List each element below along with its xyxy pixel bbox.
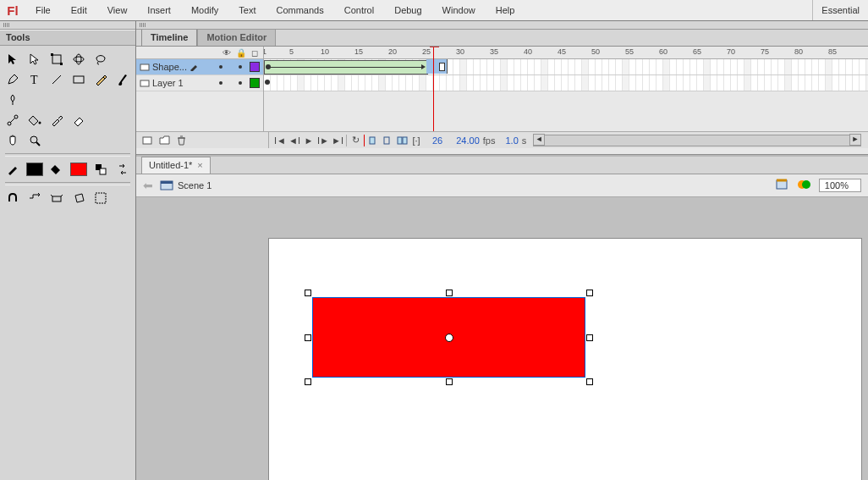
layer-icon [140, 78, 150, 88]
snap-option[interactable] [3, 188, 23, 208]
lock-header-icon[interactable]: 🔒 [236, 48, 246, 58]
menu-control[interactable]: Control [334, 0, 384, 20]
selected-frames[interactable] [426, 59, 448, 74]
resize-handle-s[interactable] [446, 378, 453, 385]
default-colors[interactable] [91, 159, 111, 179]
frame-ruler[interactable]: 1510152025303540455055606570758085 [264, 47, 868, 59]
resize-handle-n[interactable] [446, 290, 453, 296]
eyedropper-tool[interactable] [47, 110, 67, 130]
workspace-switcher[interactable]: Essential [812, 0, 868, 20]
layer-column: 👁 🔒 ◻ Shape... [136, 47, 264, 131]
menu-edit[interactable]: Edit [61, 0, 97, 20]
playhead[interactable] [433, 47, 434, 131]
svg-rect-23 [398, 137, 402, 144]
shape-tween-span[interactable] [264, 60, 428, 74]
layer-color-swatch[interactable] [250, 78, 260, 88]
layer-row-shape[interactable]: Shape... [136, 59, 263, 75]
bone-tool[interactable] [3, 110, 23, 130]
menu-text[interactable]: Text [228, 0, 266, 20]
scale-option[interactable] [91, 188, 111, 208]
new-folder-button[interactable] [158, 135, 170, 146]
visibility-header-icon[interactable]: 👁 [222, 48, 231, 58]
resize-handle-w[interactable] [305, 334, 311, 341]
document-tab[interactable]: Untitled-1* × [141, 157, 211, 174]
play-button[interactable]: ► [303, 135, 315, 146]
hand-tool[interactable] [3, 130, 23, 151]
onion-skin-button[interactable] [367, 135, 379, 146]
tab-timeline[interactable]: Timeline [141, 29, 197, 46]
close-tab-icon[interactable]: × [197, 157, 202, 174]
elapsed-time[interactable]: 1.0 [505, 135, 518, 146]
menu-modify[interactable]: Modify [181, 0, 228, 20]
step-back-button[interactable]: ◄I [288, 135, 300, 146]
eraser-tool[interactable] [69, 110, 89, 130]
stage[interactable] [268, 238, 862, 480]
free-transform-tool[interactable] [47, 49, 67, 69]
tools-title: Tools [0, 30, 135, 46]
resize-handle-sw[interactable] [305, 378, 311, 385]
pencil-tool[interactable] [91, 69, 111, 90]
resize-handle-e[interactable] [586, 334, 593, 341]
pen-tool[interactable] [3, 69, 23, 90]
layer-color-swatch[interactable] [250, 62, 260, 72]
loop-button[interactable]: ↻ [349, 135, 361, 146]
edit-multiple-frames-button[interactable] [396, 135, 408, 146]
frame-rate[interactable]: 24.00 [456, 135, 480, 146]
lasso-tool[interactable] [91, 49, 111, 69]
timeline-grip[interactable] [136, 21, 868, 30]
smooth-option[interactable] [25, 188, 45, 208]
delete-layer-button[interactable] [175, 135, 187, 146]
step-forward-button[interactable]: I► [317, 135, 329, 146]
menu-insert[interactable]: Insert [137, 0, 181, 20]
3d-rotation-tool[interactable] [69, 49, 89, 69]
text-tool[interactable]: T [25, 69, 45, 90]
transform-center[interactable] [445, 334, 453, 342]
deco-tool[interactable] [3, 90, 23, 110]
menu-file[interactable]: File [25, 0, 61, 20]
resize-handle-se[interactable] [586, 378, 593, 385]
keyframe[interactable] [265, 80, 270, 85]
menu-debug[interactable]: Debug [384, 0, 431, 20]
fill-color-tool[interactable] [47, 159, 67, 179]
stroke-swatch[interactable] [25, 159, 45, 179]
edit-scene-button[interactable] [775, 178, 790, 193]
menu-window[interactable]: Window [432, 0, 486, 20]
menu-commands[interactable]: Commands [266, 0, 333, 20]
new-layer-button[interactable] [141, 135, 153, 146]
timeline-scrollbar[interactable] [533, 135, 861, 146]
selection-tool[interactable] [3, 49, 23, 69]
line-tool[interactable] [47, 69, 67, 90]
edit-symbols-button[interactable] [797, 178, 812, 193]
swap-colors[interactable] [113, 159, 133, 179]
modify-markers-button[interactable]: [·] [410, 135, 422, 146]
outline-header-icon[interactable]: ◻ [251, 48, 258, 58]
goto-last-button[interactable]: ►I [332, 135, 343, 146]
scene-label[interactable]: Scene 1 [178, 180, 212, 190]
paint-bucket-tool[interactable] [25, 110, 45, 130]
zoom-tool[interactable] [25, 130, 45, 151]
frames-row-shape[interactable] [264, 59, 868, 75]
goto-first-button[interactable]: I◄ [274, 135, 286, 146]
resize-handle-ne[interactable] [586, 290, 593, 296]
svg-point-3 [74, 57, 84, 62]
zoom-field[interactable]: 100% [819, 179, 861, 192]
panel-grip[interactable] [0, 21, 135, 30]
frames-row-layer1[interactable] [264, 75, 868, 91]
layer-row-layer1[interactable]: Layer 1 [136, 75, 263, 91]
rotate-skew-option[interactable] [69, 188, 89, 208]
resize-handle-nw[interactable] [305, 290, 311, 296]
current-frame[interactable]: 26 [432, 135, 442, 146]
subselection-tool[interactable] [25, 49, 45, 69]
back-button[interactable]: ⬅ [143, 179, 153, 192]
onion-skin-outlines-button[interactable] [382, 135, 393, 146]
menu-help[interactable]: Help [486, 0, 525, 20]
rectangle-tool[interactable] [69, 69, 89, 90]
stroke-color-tool[interactable] [3, 159, 23, 179]
menu-view[interactable]: View [97, 0, 138, 20]
tab-motion-editor[interactable]: Motion Editor [197, 29, 276, 46]
fill-swatch[interactable] [69, 159, 89, 179]
straighten-option[interactable] [47, 188, 67, 208]
brush-tool[interactable] [113, 69, 133, 90]
layer-icon [140, 62, 150, 72]
stage-area[interactable] [136, 197, 868, 480]
